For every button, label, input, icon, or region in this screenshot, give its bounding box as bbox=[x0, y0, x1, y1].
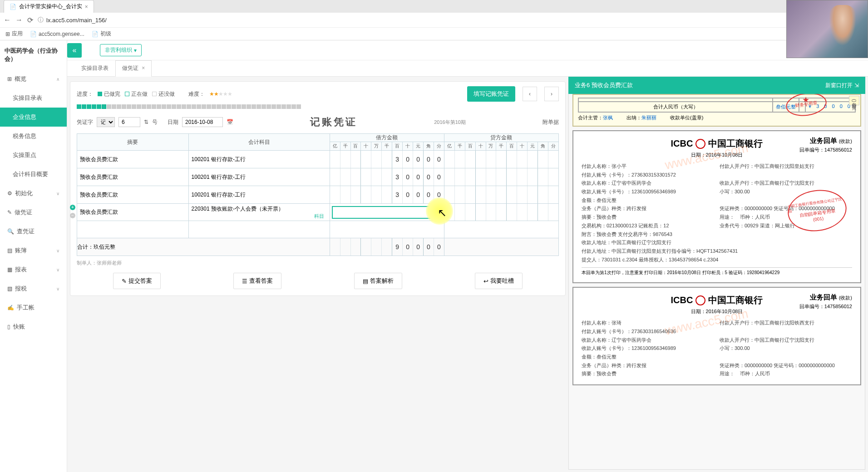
sidebar-item[interactable]: 税务信息 bbox=[0, 127, 67, 146]
browser-chrome: 📄 会计学堂实操中心_会计实 × ← → ⟳ ⓘ lx.acc5.com/mai… bbox=[0, 0, 868, 40]
doc-scroll[interactable]: ★ 合计人民币（大写） 叁佰元整 财务专用章 ¥ 3 0 0 0 0 会计主管：… bbox=[568, 94, 865, 470]
icbc-receipt-2: www.acc5.com ICBC 中国工商银行 业务回单 (收款) 日期：20… bbox=[572, 287, 861, 385]
sidebar-item[interactable]: ✎做凭证 bbox=[0, 203, 67, 222]
attach-label: 附单据 bbox=[542, 118, 559, 126]
calendar-icon[interactable]: 📅 bbox=[227, 119, 233, 125]
next-button[interactable]: › bbox=[544, 87, 559, 101]
sidebar-title: 中医药学会（行业协会） bbox=[0, 40, 67, 69]
page-tab[interactable]: 实操目录表 bbox=[74, 60, 115, 76]
voucher-date-input[interactable] bbox=[182, 117, 223, 127]
feedback-button[interactable]: ↩ 我要吐槽 bbox=[475, 273, 523, 289]
voucher-table: 摘要 会计科目 借方金额 贷方金额 亿千百十万千百十元角分亿千百十万千百十元角分… bbox=[77, 133, 559, 256]
document-panel: 业务6 预收会员费汇款 新窗口打开 ⇲ ★ 合计人民币（大写） 叁佰元整 财务专… bbox=[568, 77, 868, 472]
tab-close-icon[interactable]: × bbox=[85, 4, 88, 10]
bookmark-bar: ⊞ 应用 📄 acc5com.gensee... 📄 初级 bbox=[0, 27, 868, 40]
fill-voucher-button[interactable]: 填写记账凭证 bbox=[467, 86, 515, 102]
page-tabs: 实操目录表做凭证 × bbox=[67, 60, 868, 77]
voucher-char-select[interactable]: 记 bbox=[97, 117, 115, 127]
voucher-header: 凭证字 记 ⇅ 号 日期 📅 记账凭证 2016年第10期 附单据 bbox=[77, 115, 559, 129]
answer-analysis-button[interactable]: ▤ 答案解析 bbox=[354, 273, 402, 289]
sidebar-item[interactable]: ▯快账 bbox=[0, 317, 67, 336]
voucher-row[interactable]: +−预收会员费汇款220301 预收账款-个人会费（未开票）科目↖ bbox=[77, 204, 559, 221]
address-bar: ← → ⟳ ⓘ lx.acc5.com/main_156/ ☆ bbox=[0, 13, 868, 27]
add-row-icon[interactable]: + bbox=[70, 205, 75, 210]
webcam-overlay bbox=[786, 0, 868, 58]
info-icon: ⓘ bbox=[38, 16, 44, 24]
voucher-title: 记账凭证 bbox=[310, 115, 357, 129]
th-summary: 摘要 bbox=[77, 134, 189, 151]
stepper-icon[interactable]: ⇅ bbox=[144, 119, 148, 125]
sidebar-item[interactable]: 实操目录表 bbox=[0, 88, 67, 108]
sidebar-item[interactable]: 实操重点 bbox=[0, 146, 67, 165]
back-icon[interactable]: ← bbox=[4, 16, 11, 24]
tab-title: 会计学堂实操中心_会计实 bbox=[19, 3, 82, 10]
side-tab: 财务(黄) bbox=[849, 96, 859, 105]
th-account: 会计科目 bbox=[188, 134, 330, 151]
collapse-sidebar-icon[interactable]: « bbox=[67, 43, 82, 58]
total-label: 合计：玖佰元整 bbox=[77, 238, 330, 256]
receipt-yellow: ★ 合计人民币（大写） 叁佰元整 财务专用章 ¥ 3 0 0 0 0 会计主管：… bbox=[572, 94, 861, 127]
icbc-logo-icon bbox=[695, 139, 705, 149]
tab-favicon: 📄 bbox=[10, 4, 16, 10]
sidebar-item[interactable]: ✍手工帐 bbox=[0, 298, 67, 317]
th-credit: 贷方金额 bbox=[444, 134, 558, 142]
progress-row: 进度： 已做完 正在做 还没做 难度： ★★★★★ 填写记账凭证 ‹ › bbox=[77, 86, 559, 102]
apps-bookmark[interactable]: ⊞ 应用 bbox=[5, 30, 23, 38]
main-area: « 非营利组织▾ 张师师老师 (SVIP会员) 实操目录表做凭证 × 进度： 已… bbox=[67, 40, 868, 472]
voucher-number-input[interactable] bbox=[118, 117, 140, 127]
difficulty-stars: ★★★★★ bbox=[209, 91, 232, 97]
reload-icon[interactable]: ⟳ bbox=[27, 16, 33, 25]
open-new-window-button[interactable]: 新窗口打开 ⇲ bbox=[825, 82, 859, 89]
url-input[interactable]: ⓘ lx.acc5.com/main_156/ bbox=[38, 16, 853, 24]
sidebar-item[interactable]: ⊞概览∧ bbox=[0, 69, 67, 88]
prev-button[interactable]: ‹ bbox=[523, 87, 537, 101]
sidebar-item[interactable]: 🔍查凭证 bbox=[0, 222, 67, 241]
url-text: lx.acc5.com/main_156/ bbox=[46, 17, 107, 24]
maker-row: 制单人：张师师老师 bbox=[77, 260, 559, 266]
sidebar-item[interactable]: 会计科目概要 bbox=[0, 165, 67, 184]
sidebar-item[interactable]: ⚙初始化∨ bbox=[0, 184, 67, 203]
del-row-icon[interactable]: − bbox=[70, 213, 75, 218]
th-debit: 借方金额 bbox=[330, 134, 444, 142]
icbc-receipt-1: www.acc5.com ICBC 中国工商银行 业务回单 (收款) 日期：20… bbox=[572, 130, 861, 283]
view-answer-button[interactable]: ☰ 查看答案 bbox=[233, 273, 281, 289]
action-buttons: ✎ 提交答案 ☰ 查看答案 ▤ 答案解析 ↩ 我要吐槽 bbox=[77, 273, 559, 289]
voucher-row[interactable]: 预收会员费汇款100201 银行存款-工行30000 bbox=[77, 186, 559, 204]
voucher-panel: 进度： 已做完 正在做 还没做 难度： ★★★★★ 填写记账凭证 ‹ › 凭证字… bbox=[67, 77, 568, 472]
forward-icon[interactable]: → bbox=[15, 16, 23, 24]
browser-tab-bar: 📄 会计学堂实操中心_会计实 × bbox=[0, 0, 868, 13]
top-bar: « 非营利组织▾ 张师师老师 (SVIP会员) bbox=[67, 40, 868, 60]
icbc-logo-icon bbox=[695, 295, 705, 305]
page-tab[interactable]: 做凭证 × bbox=[115, 60, 152, 77]
bookmark-gensee[interactable]: 📄 acc5com.gensee... bbox=[30, 31, 84, 37]
sidebar-item[interactable]: ▦报表∨ bbox=[0, 260, 67, 279]
debit-input[interactable] bbox=[332, 206, 442, 219]
bookmark-chuji[interactable]: 📄 初级 bbox=[92, 30, 111, 38]
chevron-down-icon: ▾ bbox=[134, 47, 137, 54]
voucher-row[interactable]: 预收会员费汇款100201 银行存款-工行30000 bbox=[77, 151, 559, 168]
doc-header: 业务6 预收会员费汇款 新窗口打开 ⇲ bbox=[568, 77, 865, 94]
voucher-row[interactable]: 预收会员费汇款100201 银行存款-工行30000 bbox=[77, 168, 559, 186]
sidebar: 中医药学会（行业协会） ⊞概览∧实操目录表企业信息税务信息实操重点会计科目概要⚙… bbox=[0, 40, 67, 472]
sidebar-item[interactable]: ▧报税∨ bbox=[0, 279, 67, 298]
sidebar-item[interactable]: 企业信息 bbox=[0, 108, 67, 127]
browser-tab[interactable]: 📄 会计学堂实操中心_会计实 × bbox=[4, 0, 94, 13]
voucher-period: 2016年第10期 bbox=[434, 119, 466, 126]
org-type-badge[interactable]: 非营利组织▾ bbox=[100, 44, 142, 56]
submit-answer-button[interactable]: ✎ 提交答案 bbox=[113, 273, 161, 289]
close-icon[interactable]: × bbox=[142, 65, 145, 71]
progress-bar[interactable] bbox=[77, 104, 559, 109]
sidebar-item[interactable]: ▤账簿∨ bbox=[0, 241, 67, 260]
